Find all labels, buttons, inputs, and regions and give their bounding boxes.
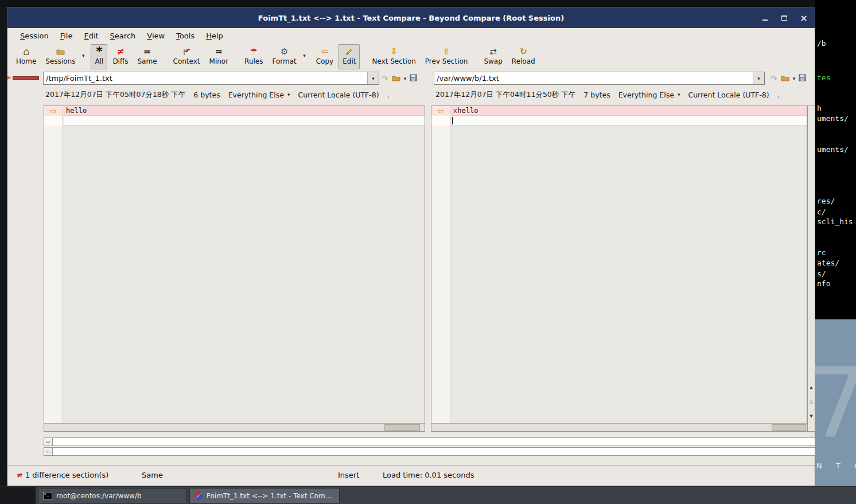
swap-button[interactable]: ⇄ Swap <box>480 44 506 69</box>
chevron-down-icon[interactable]: ▾ <box>287 92 290 97</box>
menu-tools[interactable]: Tools <box>170 30 200 42</box>
prev-section-label: Prev Section <box>425 57 468 66</box>
menu-file[interactable]: File <box>55 30 79 42</box>
chevron-down-icon[interactable]: ▾ <box>678 92 680 97</box>
home-label: Home <box>16 57 36 66</box>
beyond-compare-icon <box>194 492 203 500</box>
chevron-down-icon[interactable]: ▾ <box>404 76 407 81</box>
scroll-to-top-icon[interactable]: ▲ <box>808 385 815 390</box>
left-scrollbar-thumb[interactable] <box>384 424 420 431</box>
home-button[interactable]: ⌂ Home <box>12 44 40 69</box>
scroll-to-bottom-icon[interactable]: ▼ <box>808 414 815 419</box>
all-icon: * <box>96 46 103 57</box>
right-line1-text: hello <box>457 107 478 115</box>
left-path-combo: ▾ <box>43 72 379 85</box>
titlebar[interactable]: FoimTt_1.txt <--> 1.txt - Text Compare -… <box>7 7 815 28</box>
center-diff-icon[interactable]: ○ <box>808 400 815 404</box>
alignment-strip-bottom[interactable]: ⇦ <box>44 447 815 456</box>
right-text-area[interactable]: xhello <box>451 106 807 423</box>
minor-button[interactable]: ≈ Minor <box>205 44 233 69</box>
menu-edit[interactable]: Edit <box>78 30 104 42</box>
right-path-input[interactable] <box>434 72 753 84</box>
left-text-area[interactable]: hello <box>64 106 425 423</box>
right-compare-pane[interactable]: ⇦ xhello <box>431 106 807 432</box>
history-arrow-icon[interactable]: ↷ <box>771 74 777 83</box>
right-file-info: 2017年12月07日 下午04时11分50秒 下午 7 bytes Every… <box>435 89 780 100</box>
right-file-format[interactable]: Everything Else <box>618 91 674 99</box>
menu-help[interactable]: Help <box>200 30 229 42</box>
terminal-text-line: uments/ <box>817 114 849 123</box>
menu-view[interactable]: View <box>141 30 170 42</box>
next-section-label: Next Section <box>372 57 415 66</box>
copy-button[interactable]: ⇦ Copy <box>312 44 337 69</box>
alignment-strip-body[interactable] <box>53 447 815 456</box>
right-pane-gutter: ⇦ <box>431 106 450 423</box>
close-button[interactable]: × <box>799 13 809 23</box>
left-path-dropdown-button[interactable]: ▾ <box>367 72 379 84</box>
menu-search[interactable]: Search <box>104 30 142 42</box>
taskbar-beyond-compare-button[interactable]: FoimTt_1.txt <--> 1.txt - Text Com… <box>189 488 340 503</box>
left-file-info-suffix: . <box>387 91 390 99</box>
left-path-input[interactable] <box>44 72 367 84</box>
reload-button[interactable]: ↻ Reload <box>508 44 539 69</box>
alignment-strip-body[interactable] <box>53 437 815 446</box>
right-file-encoding[interactable]: Current Locale (UTF-8) <box>688 91 769 99</box>
terminal-text-line: scli_his <box>817 217 853 226</box>
browse-folder-icon[interactable] <box>392 73 400 84</box>
home-icon: ⌂ <box>23 46 29 57</box>
left-compare-pane[interactable]: ⇨ hello <box>44 106 425 432</box>
sessions-button[interactable]: Sessions ▾ <box>41 44 83 69</box>
alignment-strip-top[interactable]: ⇨ <box>44 437 815 446</box>
copy-to-right-arrow-icon[interactable]: ⇨ <box>50 107 57 115</box>
save-icon[interactable] <box>799 73 806 84</box>
chevron-down-icon[interactable]: ▾ <box>82 53 85 58</box>
left-diff-line[interactable]: hello <box>64 106 425 116</box>
minimize-button[interactable] <box>760 13 770 23</box>
history-arrow-icon[interactable]: ↷ <box>382 74 388 83</box>
menu-session[interactable]: Session <box>14 30 55 42</box>
all-button[interactable]: * All <box>91 44 107 69</box>
session-expand-arrow-icon[interactable]: ▶ <box>7 75 11 80</box>
diffs-button[interactable]: ≠ Diffs <box>108 44 132 69</box>
rules-button[interactable]: ☂ Rules <box>240 44 267 69</box>
diffs-label: Diffs <box>112 57 128 66</box>
edit-button[interactable]: Edit <box>338 44 360 69</box>
left-file-format[interactable]: Everything Else <box>228 91 284 99</box>
left-file-encoding[interactable]: Current Locale (UTF-8) <box>298 91 379 99</box>
same-button[interactable]: = Same <box>133 44 161 69</box>
arrow-up-icon: ⇧ <box>443 46 450 57</box>
taskbar-terminal-button[interactable]: root@centos:/var/www/b <box>38 488 187 503</box>
right-diff-line[interactable]: xhello <box>451 106 807 116</box>
chevron-down-icon[interactable]: ▾ <box>303 53 306 58</box>
copy-to-left-arrow-icon[interactable]: ⇦ <box>438 107 444 115</box>
right-path-dropdown-button[interactable]: ▾ <box>753 72 764 84</box>
close-icon: × <box>800 13 807 24</box>
terminal-text-line: /b <box>817 39 826 48</box>
left-line1-text: hello <box>66 107 87 115</box>
rules-label: Rules <box>244 57 263 66</box>
terminal-text-line: h <box>817 104 822 112</box>
chevron-down-icon[interactable]: ▾ <box>793 76 796 81</box>
wallpaper-letters: N T O <box>816 462 856 470</box>
context-button[interactable]: Context <box>169 44 204 69</box>
save-icon[interactable] <box>410 73 417 84</box>
terminal-text-line: tes <box>817 73 830 82</box>
flag-icon <box>183 46 190 57</box>
right-empty-line[interactable] <box>451 116 807 126</box>
right-scrollbar-thumb[interactable] <box>772 424 806 431</box>
diff-thumbnail-strip[interactable] <box>13 76 39 80</box>
next-section-button[interactable]: ⇩ Next Section <box>368 44 419 69</box>
left-horizontal-scrollbar[interactable] <box>44 423 425 431</box>
prev-section-button[interactable]: ⇧ Prev Section <box>421 44 472 69</box>
left-path-actions: ↷ ▾ <box>382 72 417 85</box>
maximize-button[interactable] <box>779 13 789 23</box>
vertical-scroll-strip[interactable]: ▲ ○ ▼ <box>807 106 815 432</box>
format-label: Format <box>272 57 296 66</box>
left-file-datetime: 2017年12月07日 下午05时07分18秒 下午 <box>45 90 185 100</box>
window-title: FoimTt_1.txt <--> 1.txt - Text Compare -… <box>258 14 564 22</box>
left-empty-line[interactable] <box>64 116 425 126</box>
desktop-screen: /b tes h uments/ uments/ res/ c/ scli_hi… <box>0 0 856 504</box>
right-horizontal-scrollbar[interactable] <box>431 423 807 431</box>
browse-folder-icon[interactable] <box>781 73 789 84</box>
format-button[interactable]: ⚙ Format ▾ <box>268 44 304 69</box>
